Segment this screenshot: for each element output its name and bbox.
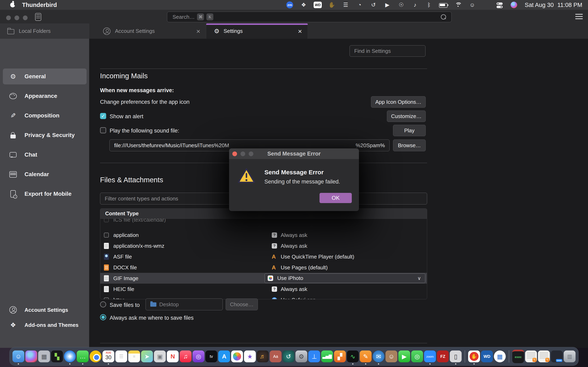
dock-adblock[interactable]: ✋ — [468, 350, 480, 362]
siri-menu-icon[interactable] — [510, 1, 518, 9]
dock-exec-window[interactable]: exec — [512, 350, 524, 363]
dock-launchpad[interactable]: ▦ — [38, 350, 50, 362]
message-list-icon[interactable] — [35, 13, 41, 21]
spotlight-menu-icon[interactable] — [482, 1, 490, 9]
close-window-button[interactable] — [6, 16, 11, 20]
table-row-heic-file[interactable]: HEIC file?Always ask — [100, 284, 427, 294]
drives-menu-icon[interactable]: ☰ — [342, 1, 350, 9]
table-row-docx-file[interactable]: DOCX fileAUse Pages (default) — [100, 262, 427, 273]
battery-menu-icon[interactable] — [439, 1, 448, 9]
browse-button[interactable]: Browse… — [393, 140, 426, 151]
dock-podcasts[interactable]: ◎ — [192, 350, 204, 362]
play-menu-icon[interactable]: ▶ — [383, 1, 391, 9]
dock-mission-tiles[interactable]: ▚ — [51, 350, 63, 362]
play-button[interactable]: Play — [393, 125, 426, 136]
dock-trash[interactable]: ▥ — [564, 350, 576, 362]
sidebar-item-calendar[interactable]: Calendar — [3, 166, 86, 182]
time-machine-menu-icon[interactable]: ↺ — [370, 1, 377, 9]
dock-facetime[interactable]: ▶ — [398, 350, 410, 362]
save-files-to-radio[interactable] — [100, 301, 106, 308]
dock-document-window-1[interactable] — [525, 350, 537, 362]
table-row-application[interactable]: application?Always ask — [100, 230, 427, 240]
accessibility-menu-icon[interactable]: ☉ — [397, 1, 405, 9]
table-row-application-x-ms-wmz[interactable]: application/x-ms-wmz?Always ask — [100, 240, 427, 251]
dock-mountain-duck[interactable]: ▦ — [494, 350, 506, 362]
minimize-window-button[interactable] — [15, 16, 19, 20]
dock-wd-discovery[interactable]: WD — [481, 350, 493, 362]
dock-maps[interactable]: ➤ — [141, 350, 153, 362]
dock-photos[interactable] — [231, 350, 243, 362]
dock-document-window-2[interactable] — [538, 350, 550, 362]
menubar-app-name[interactable]: Thunderbird — [22, 2, 57, 8]
sidebar-item-general[interactable]: ⚙General — [3, 68, 86, 84]
dock-dictionary[interactable]: Aa — [270, 350, 282, 362]
privacy-hand-menu-icon[interactable]: ✋ — [328, 1, 336, 9]
browser-menu-icon[interactable]: ◔ — [356, 1, 363, 9]
dock-news[interactable]: N — [167, 350, 179, 362]
dock-contacts[interactable]: ☺ — [385, 350, 397, 362]
dock-notes[interactable]: ≡ — [128, 350, 140, 362]
dialog-close-button[interactable] — [232, 151, 237, 156]
dock-apple-tv[interactable]: tv — [205, 350, 217, 362]
sidebar-item-export-for-mobile[interactable]: Export for Mobile — [3, 186, 86, 202]
dock-imovie[interactable]: ★ — [244, 350, 256, 362]
ok-button[interactable]: OK — [320, 193, 352, 203]
find-in-settings-input[interactable]: Find in Settings — [350, 45, 425, 57]
dock-filezilla[interactable]: FZ — [437, 350, 449, 362]
always-ask-radio[interactable] — [100, 314, 106, 320]
dock-activity-scope[interactable]: ∿ — [347, 350, 359, 362]
user-menu-icon[interactable]: ☺ — [468, 1, 476, 9]
wd-menu-icon[interactable]: WD — [314, 1, 322, 9]
dock-finder[interactable]: ☺ — [12, 350, 24, 362]
dock-calendar[interactable]: AUG30 — [103, 350, 114, 362]
dock-thunderbird[interactable]: ✉ — [373, 350, 384, 362]
dock-preview-photo[interactable]: ▣ — [154, 350, 166, 362]
zoom-menu-icon[interactable]: zm — [286, 1, 294, 9]
dock-pages[interactable]: ✎ — [360, 350, 372, 362]
dock-system-settings[interactable]: ⚙ — [295, 350, 307, 362]
dock-garageband[interactable]: ♬ — [257, 350, 269, 362]
dock-music[interactable]: ♫ — [180, 350, 191, 362]
sidebar-item-privacy-security[interactable]: Privacy & Security — [3, 127, 86, 143]
customize-button[interactable]: Customize… — [387, 110, 426, 122]
save-folder-field[interactable]: Desktop — [146, 299, 223, 310]
dock-app-store[interactable]: A — [218, 350, 230, 362]
sidebar-item-chat[interactable]: Chat — [3, 147, 86, 163]
row-checkbox[interactable] — [104, 233, 109, 238]
dock-zoom-window[interactable] — [551, 350, 563, 362]
row-checkbox[interactable] — [104, 298, 109, 300]
dock-numbers[interactable]: ▃▅▇ — [321, 350, 333, 362]
app-menu-button[interactable] — [575, 14, 583, 19]
dock-safari[interactable]: ✦ — [64, 350, 76, 362]
app-icon-options-button[interactable]: App Icon Options… — [371, 96, 426, 108]
zoom-window-button[interactable] — [23, 16, 27, 20]
dock-pixelmator[interactable]: ▞ — [334, 350, 346, 362]
dock-siri[interactable] — [25, 350, 37, 362]
sidebar-item-appearance[interactable]: Appearance — [3, 88, 86, 104]
dock-iphone-mirroring[interactable]: ▯ — [450, 350, 462, 362]
control-center-menu-icon[interactable] — [496, 1, 504, 9]
tab-local-folders[interactable]: Local Folders — [0, 24, 89, 39]
dock-time-machine[interactable]: ↺ — [283, 350, 294, 362]
choose-button[interactable]: Choose… — [226, 299, 258, 310]
table-row-gif-image[interactable]: GIF ImageUse iPhoto∨ — [100, 273, 427, 284]
dock-keynote[interactable]: ⊥ — [308, 350, 320, 362]
sidebar-item-add-ons-and-themes[interactable]: ❖Add-ons and Themes — [3, 318, 86, 332]
sidebar-item-composition[interactable]: ✎Composition — [3, 108, 86, 124]
bluetooth-menu-icon[interactable]: ᛒ — [425, 1, 433, 9]
dock-reminders[interactable]: ☰ — [115, 350, 127, 362]
menubar-clock[interactable]: Sat Aug 30 11:08 PM — [525, 2, 582, 8]
close-tab-icon[interactable]: × — [298, 28, 302, 35]
volume-menu-icon[interactable]: ♪ — [411, 1, 419, 9]
dock-messages[interactable]: … — [77, 350, 89, 362]
tab-settings[interactable]: ⚙Settings× — [206, 24, 308, 39]
tidal-menu-icon[interactable]: ❖ — [300, 1, 307, 9]
play-sound-checkbox[interactable] — [100, 127, 106, 133]
close-tab-icon[interactable]: × — [196, 28, 200, 35]
show-alert-checkbox[interactable]: ✓ — [100, 113, 106, 119]
dock-chrome[interactable] — [90, 350, 102, 362]
table-row-asf-file[interactable]: ASF fileAUse QuickTime Player (default) — [100, 251, 427, 262]
dock-zoom[interactable]: zoom — [424, 350, 436, 362]
action-dropdown[interactable]: Use iPhoto∨ — [265, 273, 425, 283]
wifi-menu-icon[interactable] — [454, 1, 462, 9]
